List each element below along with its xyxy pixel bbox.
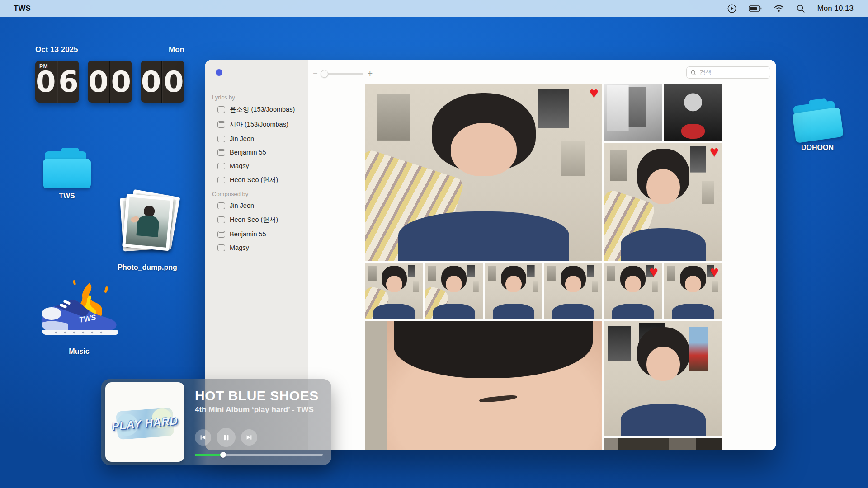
folder-icon [43,151,91,188]
play-circle-icon[interactable] [727,4,737,14]
zoom-slider-knob[interactable] [321,70,328,78]
album-icon [217,244,225,251]
desktop-icon-music[interactable]: TWS Music [36,279,122,356]
favorite-heart-icon[interactable]: ♥ [590,85,599,100]
photo-detail [621,404,706,436]
sidebar-item[interactable]: Heon Seo (헌서) [217,216,304,224]
photo-thumbnail[interactable] [485,263,542,319]
sidebar-sections: Lyrics by윤소영 (153/Joombas)시아 (153/Joomba… [212,88,304,258]
sidebar-item-label: Benjamin 55 [230,230,266,238]
progress-fill [195,454,223,456]
menubar-date[interactable]: Mon 10.13 [817,4,854,13]
zoom-slider[interactable] [321,73,363,75]
thumbnail-zoom-control: − + [313,68,381,80]
desktop-icon-label: DOHOON [792,144,843,152]
menubar-app-name[interactable]: TWS [14,4,31,13]
album-icon [217,177,225,183]
music-player-widget: PLAY HARD HOT BLUE SHOES 4th Mini Album … [101,379,331,465]
search-field[interactable] [686,66,770,79]
photo-thumbnail[interactable]: ♥ [604,263,662,319]
photo-detail [672,304,714,319]
previous-track-button[interactable] [195,429,211,446]
search-input[interactable] [699,69,766,76]
search-icon[interactable] [796,4,806,14]
sidebar-item[interactable]: Jin Jeon [217,135,304,142]
photo-thumbnail[interactable] [604,438,722,450]
photo-thumbnail[interactable] [544,263,602,319]
photo-detail [685,276,701,293]
favorite-heart-icon[interactable]: ♥ [649,264,658,279]
photo-detail [433,304,475,319]
desktop-icon-dohoon-folder[interactable]: DOHOON [792,103,843,152]
photo-thumbnail[interactable] [604,321,722,436]
sidebar-item-label: 윤소영 (153/Joombas) [230,105,295,114]
next-track-icon [245,434,253,441]
clock-digit: 0 [162,61,184,103]
clock-digit: 6 [57,61,80,103]
menu-bar: TWS Mon 10.13 [0,0,868,17]
album-icon [217,163,225,169]
photo-thumbnail[interactable]: ♥ [664,263,722,319]
sidebar-item[interactable]: Magsy [217,244,304,251]
photo-thumbnail[interactable]: ♥ [365,84,602,261]
favorite-heart-icon[interactable]: ♥ [710,264,719,279]
photo-thumbnail[interactable] [365,321,602,450]
battery-icon[interactable] [749,4,762,14]
album-art: PLAY HARD [105,382,184,462]
photo-detail [646,169,679,205]
photo-detail [451,123,517,176]
album-icon [217,216,225,223]
sidebar-item-label: Jin Jeon [230,202,254,209]
pause-button[interactable] [217,428,236,447]
photo-detail [565,276,581,293]
sidebar-item-label: Heon Seo (헌서) [230,176,278,184]
photo-thumbnail[interactable] [604,84,662,141]
sidebar-item[interactable]: Benjamin 55 [217,230,304,238]
window-control-dot[interactable] [216,69,222,76]
photo-detail [493,304,534,319]
photo-thumbnail[interactable] [664,84,722,141]
album-icon [217,149,225,156]
clock-digit: 0 [88,61,110,103]
photo-thumbnail[interactable] [425,263,483,319]
favorite-heart-icon[interactable]: ♥ [710,144,719,159]
sidebar-item[interactable]: Benjamin 55 [217,149,304,156]
clock-digit: 0 [141,61,163,103]
sneaker-fire-icon: TWS [36,279,122,354]
photo-thumbnail[interactable]: ♥ [604,143,722,261]
clock-digit: 0 [110,61,132,103]
sidebar-item-label: Magsy [230,162,249,169]
sidebar-item-label: 시아 (153/Joombas) [230,120,288,129]
photo-detail [621,228,706,261]
zoom-out-icon[interactable]: − [313,69,318,79]
sidebar-item[interactable]: 윤소영 (153/Joombas) [217,105,304,114]
album-icon [217,106,225,113]
next-track-button[interactable] [241,429,257,446]
clock-minutes-panel: 0 0 [88,61,132,103]
photo-detail [398,211,569,261]
desktop-icon-photo-dump[interactable]: Photo_dump.png [113,192,181,272]
photo-thumbnail[interactable] [365,263,423,319]
desktop-icon-tws-folder[interactable]: TWS [42,151,92,200]
toolbar-divider [205,80,776,80]
photo-detail [505,276,522,293]
sidebar-item[interactable]: Magsy [217,162,304,169]
progress-knob[interactable] [220,452,226,458]
photo-detail [681,124,705,139]
sidebar-item[interactable]: Jin Jeon [217,202,304,209]
clock-seconds-panel: 0 0 [141,61,184,103]
flip-clock-widget: Oct 13 2025 Mon PM 0 6 0 0 0 0 [35,45,184,103]
sidebar-item[interactable]: Heon Seo (헌서) [217,176,304,184]
folder-icon [791,100,844,143]
wifi-icon[interactable] [774,4,784,14]
clock-weekday-label: Mon [169,45,184,54]
photo-detail [625,276,641,293]
photo-detail [612,304,654,319]
track-title: HOT BLUE SHOES [195,388,319,404]
sidebar-item[interactable]: 시아 (153/Joombas) [217,120,304,129]
zoom-in-icon[interactable]: + [368,69,373,79]
sidebar-item-label: Jin Jeon [230,135,254,142]
progress-bar[interactable] [195,454,323,456]
sidebar-item-label: Heon Seo (헌서) [230,216,278,224]
track-subtitle: 4th Mini Album ‘play hard’ - TWS [195,405,314,414]
